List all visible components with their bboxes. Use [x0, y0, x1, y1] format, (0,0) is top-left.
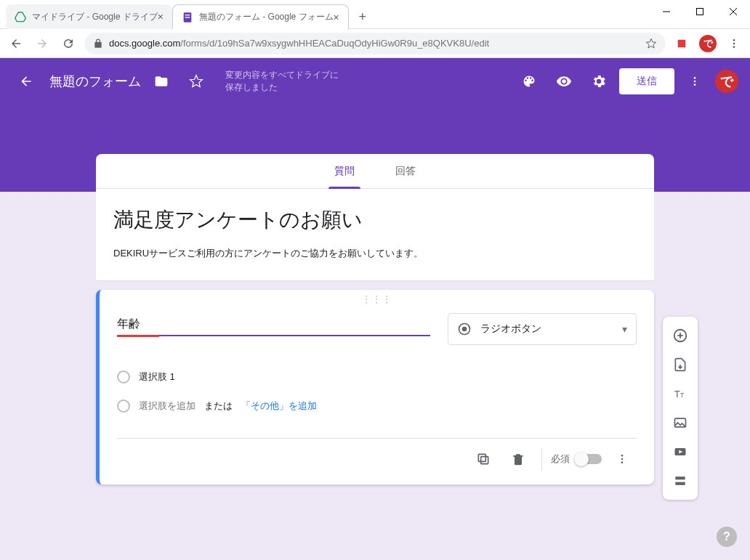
svg-point-11 [733, 46, 735, 48]
add-section-button[interactable] [663, 466, 698, 495]
url-path: /forms/d/1o9hSa7w9xsygwhHHEACaDuqOdyHiGw… [180, 38, 489, 49]
tab-title: マイドライブ - Google ドライブ [32, 11, 158, 23]
svg-point-20 [621, 458, 624, 460]
required-toggle[interactable] [576, 454, 602, 464]
form-canvas: 質問 回答 満足度アンケートのお願い DEKIRUサービスご利用の方にアンケート… [0, 192, 750, 560]
radio-icon [457, 322, 472, 336]
forward-button[interactable] [32, 33, 52, 54]
svg-text:T: T [674, 389, 680, 399]
star-button[interactable] [182, 67, 211, 96]
question-footer: 必須 [117, 438, 637, 479]
address-bar[interactable]: docs.google.com/forms/d/1o9hSa7w9xsygwhH… [84, 33, 666, 54]
profile-icon[interactable]: で [698, 33, 718, 54]
svg-rect-17 [481, 456, 488, 463]
question-type-dropdown[interactable]: ラジオボタン ▾ [448, 313, 637, 345]
svg-marker-0 [15, 12, 26, 22]
browser-urlbar: docs.google.com/forms/d/1o9hSa7w9xsygwhH… [0, 29, 750, 58]
svg-point-21 [621, 461, 624, 463]
preview-button[interactable] [549, 67, 578, 96]
duplicate-button[interactable] [469, 445, 498, 474]
close-icon[interactable]: × [334, 12, 339, 23]
save-status: 変更内容をすべてドライブに 保存しました [225, 69, 339, 94]
browser-titlebar: マイドライブ - Google ドライブ × 無題のフォーム - Google … [0, 0, 750, 29]
account-badge[interactable]: で [715, 70, 738, 93]
drive-icon [15, 11, 26, 23]
back-to-forms-button[interactable] [12, 67, 41, 96]
extension-icon[interactable] [672, 33, 692, 54]
svg-point-12 [694, 77, 696, 79]
svg-point-16 [462, 327, 467, 332]
close-window-button[interactable] [717, 0, 750, 23]
form-heading[interactable]: 満足度アンケートのお願い [113, 206, 637, 234]
delete-button[interactable] [504, 445, 533, 474]
form-container: 質問 回答 満足度アンケートのお願い DEKIRUサービスご利用の方にアンケート… [96, 154, 654, 484]
browser-menu-button[interactable] [724, 33, 744, 54]
svg-rect-30 [675, 476, 685, 479]
or-text: または [204, 399, 233, 413]
svg-rect-3 [185, 17, 190, 17]
divider [541, 447, 542, 471]
import-questions-button[interactable] [663, 350, 698, 379]
add-question-button[interactable] [663, 321, 698, 350]
browser-tab-drive[interactable]: マイドライブ - Google ドライブ × [6, 4, 172, 29]
reload-button[interactable] [58, 33, 78, 54]
form-title-card[interactable]: 満足度アンケートのお願い DEKIRUサービスご利用の方にアンケートのご協力をお… [96, 189, 654, 281]
question-title-input[interactable] [117, 313, 430, 336]
url-domain: docs.google.com [109, 38, 180, 49]
lock-icon [93, 38, 103, 49]
svg-point-13 [694, 81, 696, 83]
help-button[interactable]: ? [717, 527, 737, 547]
window-controls [650, 0, 750, 23]
required-label: 必須 [551, 453, 570, 466]
send-button[interactable]: 送信 [619, 68, 674, 94]
folder-button[interactable] [147, 67, 176, 96]
forms-toolbar: 無題のフォーム 変更内容をすべてドライブに 保存しました 送信 で [0, 58, 750, 105]
tab-questions[interactable]: 質問 [328, 154, 360, 189]
forms-icon [182, 12, 193, 23]
tab-responses[interactable]: 回答 [390, 154, 422, 189]
option-label[interactable]: 選択肢 1 [139, 370, 175, 384]
option-row[interactable]: 選択肢 1 [117, 362, 637, 391]
form-title[interactable]: 無題のフォーム [49, 73, 141, 90]
add-other-link[interactable]: 「その他」を追加 [241, 399, 317, 413]
minimize-button[interactable] [650, 0, 683, 23]
svg-rect-5 [697, 9, 703, 15]
svg-point-10 [733, 42, 735, 44]
question-more-button[interactable] [608, 445, 637, 474]
tab-title: 無題のフォーム - Google フォーム [199, 11, 334, 23]
radio-circle-icon [117, 370, 130, 384]
form-tabs: 質問 回答 [96, 154, 654, 189]
svg-rect-31 [675, 482, 685, 485]
question-options: 選択肢 1 選択肢を追加 または 「その他」を追加 [117, 362, 637, 421]
annotation-underline [117, 335, 159, 337]
form-description[interactable]: DEKIRUサービスご利用の方にアンケートのご協力をお願いしています。 [113, 247, 637, 260]
new-tab-button[interactable]: + [352, 6, 374, 28]
svg-point-14 [694, 84, 696, 86]
settings-button[interactable] [584, 67, 613, 96]
theme-button[interactable] [515, 67, 544, 96]
bookmark-star-icon[interactable] [645, 38, 657, 49]
question-card[interactable]: ⋮⋮⋮ ラジオボタン ▾ 選択肢 1 選 [96, 290, 654, 484]
add-video-button[interactable] [663, 437, 698, 466]
chevron-down-icon: ▾ [622, 323, 627, 335]
add-title-button[interactable]: TT [663, 379, 698, 408]
add-option-text[interactable]: 選択肢を追加 [139, 399, 195, 413]
svg-point-9 [733, 39, 735, 41]
browser-tabs: マイドライブ - Google ドライブ × 無題のフォーム - Google … [0, 0, 650, 29]
more-button[interactable] [680, 67, 709, 96]
svg-text:T: T [680, 391, 684, 399]
side-toolbar: TT [663, 317, 698, 500]
add-option-row[interactable]: 選択肢を追加 または 「その他」を追加 [117, 391, 637, 421]
radio-circle-icon [117, 399, 130, 413]
maximize-button[interactable] [683, 0, 717, 23]
svg-rect-8 [678, 39, 686, 47]
svg-point-19 [621, 455, 624, 457]
drag-handle-icon[interactable]: ⋮⋮⋮ [362, 294, 392, 304]
svg-rect-18 [478, 454, 485, 461]
close-icon[interactable]: × [158, 11, 164, 23]
question-type-label: ラジオボタン [480, 322, 541, 336]
browser-tab-forms[interactable]: 無題のフォーム - Google フォーム × [172, 4, 349, 29]
svg-rect-2 [185, 15, 190, 15]
back-button[interactable] [6, 33, 26, 54]
add-image-button[interactable] [663, 408, 698, 437]
